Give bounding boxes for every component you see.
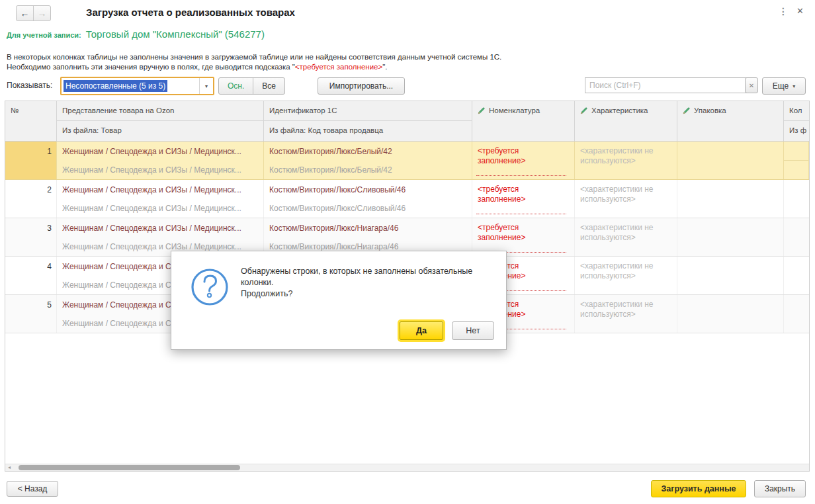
quantity-cell[interactable]: [784, 218, 809, 256]
back-icon[interactable]: ←: [17, 6, 34, 21]
table-row[interactable]: 1 Женщинам / Спецодежда и СИЗы / Медицин…: [5, 142, 809, 180]
close-icon[interactable]: ✕: [794, 6, 806, 16]
quantity-cell[interactable]: [784, 142, 809, 179]
characteristic-cell[interactable]: <характеристики не используются>: [575, 142, 677, 179]
quantity-cell[interactable]: [784, 180, 809, 218]
clear-search-icon[interactable]: ✕: [745, 77, 758, 93]
nomenclature-cell[interactable]: <требуется заполнение>: [472, 180, 575, 218]
chevron-down-icon[interactable]: ▾: [199, 78, 213, 94]
table-row[interactable]: 2 Женщинам / Спецодежда и СИЗы / Медицин…: [5, 180, 809, 218]
col-header-packaging: Упаковка: [677, 101, 783, 114]
characteristic-cell[interactable]: <характеристики не используются>: [575, 218, 677, 256]
required-hint: <требуется заполнение>: [295, 63, 382, 71]
back-step-button[interactable]: < Назад: [7, 481, 58, 497]
more-button[interactable]: Еще▾: [762, 77, 806, 95]
show-label: Показывать:: [7, 81, 52, 90]
packaging-cell[interactable]: [677, 180, 784, 218]
yes-button[interactable]: Да: [400, 321, 443, 340]
info-line-2: Необходимо заполнить эти значения вручну…: [7, 62, 501, 72]
close-form-button[interactable]: Закрыть: [754, 480, 806, 497]
row-number: 3: [5, 218, 57, 256]
col-header-nomenclature: Номенклатура: [472, 101, 574, 114]
dialog-message: Обнаружены строки, в которых не заполнен…: [241, 266, 499, 300]
col-header-quantity: Кол: [784, 101, 809, 121]
row-number: 4: [5, 257, 57, 294]
scroll-left-icon[interactable]: ◂: [8, 464, 11, 471]
import-button[interactable]: Импортировать...: [318, 77, 405, 95]
characteristic-cell[interactable]: <характеристики не используются>: [575, 295, 677, 333]
edit-pencil-icon: [478, 106, 486, 114]
ozon-cell[interactable]: Женщинам / Спецодежда и СИЗы / Медицинск…: [57, 180, 264, 218]
chevron-down-icon: ▾: [793, 83, 795, 89]
page-title: Загрузка отчета о реализованных товарах: [86, 7, 295, 18]
filter-dropdown[interactable]: Несопоставленные (5 из 5) ▾: [60, 77, 214, 95]
history-nav: ← →: [16, 5, 51, 21]
row-number: 2: [5, 180, 57, 218]
account-value: Торговый дом "Комплексный" (546277): [86, 28, 265, 40]
packaging-cell[interactable]: [677, 218, 784, 256]
table-header: № Представление товара на Ozon Из файла:…: [5, 101, 809, 142]
col-header-num: №: [5, 101, 56, 114]
col-header-id1c: Идентификатор 1С: [264, 101, 472, 121]
row-number: 5: [5, 295, 57, 333]
info-line-1: В некоторых колонках таблицы не заполнен…: [7, 52, 501, 62]
all-view-button[interactable]: Все: [253, 78, 284, 94]
col-header-characteristic: Характеристика: [575, 101, 677, 114]
col-subheader-id1c: Из файла: Код товара продавца: [264, 121, 472, 140]
characteristic-cell[interactable]: <характеристики не используются>: [575, 257, 677, 294]
id1c-cell[interactable]: Костюм/Виктория/Люкс/Сливовый/46Костюм/В…: [264, 180, 472, 218]
question-icon: [190, 267, 230, 307]
nomenclature-cell[interactable]: <требуется заполнение>: [472, 142, 575, 179]
report-upload-window: ← → Загрузка отчета о реализованных това…: [0, 0, 815, 504]
horizontal-scrollbar[interactable]: ◂: [5, 464, 809, 471]
col-subheader-ozon: Из файла: Товар: [57, 121, 263, 140]
row-number: 1: [5, 142, 57, 179]
edit-pencil-icon: [683, 106, 691, 114]
scrollbar-thumb[interactable]: [19, 465, 240, 470]
quantity-cell[interactable]: [784, 295, 809, 333]
account-label: Для учетной записи:: [7, 31, 81, 39]
forward-icon[interactable]: →: [34, 6, 50, 21]
filter-selected-value: Несопоставленные (5 из 5): [64, 80, 167, 92]
view-switch: Осн. Все: [218, 77, 285, 95]
info-text: В некоторых колонках таблицы не заполнен…: [7, 52, 501, 72]
packaging-cell[interactable]: [677, 142, 784, 179]
more-menu-icon[interactable]: ⋮: [776, 6, 791, 17]
ozon-cell[interactable]: Женщинам / Спецодежда и СИЗы / Медицинск…: [57, 142, 264, 179]
edit-pencil-icon: [580, 106, 588, 114]
account-line: Для учетной записи: Торговый дом "Компле…: [7, 28, 265, 40]
characteristic-cell[interactable]: <характеристики не используются>: [575, 180, 677, 218]
no-button[interactable]: Нет: [452, 321, 494, 340]
packaging-cell[interactable]: [677, 295, 784, 333]
packaging-cell[interactable]: [677, 257, 784, 294]
id1c-cell[interactable]: Костюм/Виктория/Люкс/Белый/42Костюм/Викт…: [264, 142, 472, 179]
load-data-button[interactable]: Загрузить данные: [651, 480, 746, 497]
search-input[interactable]: [585, 77, 748, 93]
col-subheader-quantity: Из ф: [784, 121, 809, 140]
col-header-ozon: Представление товара на Ozon: [57, 101, 263, 121]
quantity-cell[interactable]: [784, 257, 809, 294]
main-view-button[interactable]: Осн.: [219, 78, 253, 94]
toolbar: Показывать: Несопоставленные (5 из 5) ▾ …: [0, 76, 815, 95]
confirmation-dialog: Обнаружены строки, в которых не заполнен…: [171, 251, 507, 350]
